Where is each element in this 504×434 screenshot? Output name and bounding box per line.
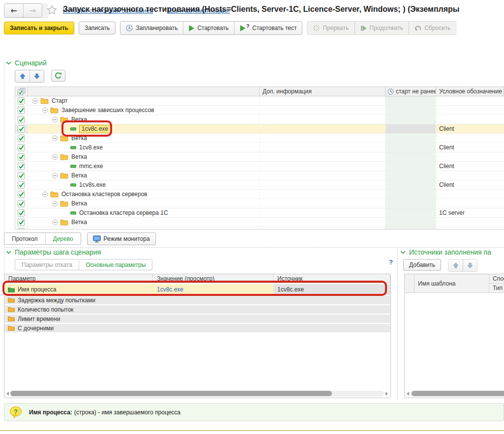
move-down-button[interactable] <box>30 70 44 82</box>
tree-row[interactable] <box>15 227 504 230</box>
tree-row[interactable]: Ветка <box>15 152 504 162</box>
extra-info-cell[interactable] <box>260 162 385 171</box>
param-source-cell[interactable] <box>273 305 390 314</box>
row-checkbox[interactable] <box>15 115 28 124</box>
reset-button[interactable]: Сбросить <box>409 22 456 34</box>
param-row[interactable]: Лимит времени <box>4 315 390 323</box>
param-value-cell[interactable]: 1cv8c.exe <box>153 284 273 295</box>
checkbox-checked-icon[interactable] <box>18 200 25 207</box>
view-tree-tab[interactable]: Дерево <box>45 233 81 244</box>
source-column-header[interactable]: Источник <box>273 274 390 283</box>
designation-cell[interactable] <box>436 171 504 180</box>
param-source-cell[interactable] <box>273 324 390 332</box>
save-button[interactable]: Записать <box>79 22 116 34</box>
tree-row[interactable]: Старт <box>15 96 504 106</box>
param-column-header[interactable]: Параметр <box>4 274 153 283</box>
checkbox-checked-icon[interactable] <box>18 107 25 114</box>
tree-row[interactable]: 1cv8.exeClient <box>15 143 504 152</box>
row-checkbox[interactable] <box>15 124 28 133</box>
param-name-cell[interactable]: Количество попыток <box>4 305 153 314</box>
param-source-cell[interactable] <box>273 296 390 304</box>
extra-info-cell[interactable] <box>260 171 385 180</box>
template-name-column-header[interactable]: Имя шаблона <box>415 274 489 292</box>
collapse-icon[interactable] <box>52 219 58 226</box>
designation-cell[interactable] <box>436 106 504 115</box>
param-value-cell[interactable] <box>153 324 273 332</box>
checkbox-checked-icon[interactable] <box>18 125 25 133</box>
row-checkbox[interactable] <box>15 227 28 230</box>
extra-info-cell[interactable] <box>260 190 385 199</box>
value-type-column-header[interactable]: Тип знач <box>489 284 504 292</box>
move-up-button[interactable] <box>15 70 30 82</box>
tree-node-cell[interactable]: mmc.exe <box>28 162 260 171</box>
tree-row[interactable]: 1cv8s.exeClient <box>15 180 504 190</box>
start-not-earlier-cell[interactable] <box>385 190 436 199</box>
checkbox-checked-icon[interactable] <box>18 209 25 217</box>
checkbox-checked-icon[interactable] <box>18 135 25 142</box>
extra-info-cell[interactable] <box>260 143 385 152</box>
param-name-cell[interactable]: С дочерними <box>4 324 153 332</box>
tree-node-cell[interactable]: Ветка <box>28 134 260 143</box>
tree-row[interactable]: Ветка <box>15 115 504 124</box>
extra-info-cell[interactable] <box>260 124 385 133</box>
check-all-header[interactable] <box>15 87 28 96</box>
checkbox-checked-icon[interactable] <box>18 228 25 230</box>
collapse-icon[interactable] <box>42 107 48 114</box>
param-value-cell[interactable] <box>153 296 273 304</box>
start-not-earlier-cell[interactable] <box>385 106 436 115</box>
tree-node-cell[interactable]: 1cv8c.exe <box>28 124 260 133</box>
collapse-icon[interactable] <box>52 229 58 230</box>
designation-cell[interactable]: Client <box>436 143 504 152</box>
save-and-close-button[interactable]: Записать и закрыть <box>4 22 74 34</box>
params-horizontal-scrollbar[interactable] <box>6 390 388 397</box>
tree-node-cell[interactable]: Остановка кластера сервера 1С <box>28 208 260 217</box>
checkbox-checked-icon[interactable] <box>18 144 25 151</box>
fill-move-down-button[interactable] <box>463 260 477 271</box>
tree-row[interactable]: Ветка <box>15 199 504 208</box>
start-not-earlier-cell[interactable] <box>385 96 436 105</box>
param-name-cell[interactable]: Задержка между попытками <box>4 296 153 304</box>
designation-cell[interactable] <box>436 115 504 124</box>
start-not-earlier-cell[interactable] <box>385 208 436 217</box>
designation-cell[interactable] <box>436 199 504 208</box>
start-not-earlier-cell[interactable] <box>385 171 436 180</box>
designation-cell[interactable]: Client <box>436 180 504 189</box>
scroll-left-arrow[interactable] <box>407 392 409 396</box>
checkbox-checked-icon[interactable] <box>18 116 25 123</box>
designation-cell[interactable] <box>436 218 504 227</box>
extra-info-cell[interactable] <box>260 227 385 230</box>
checkbox-checked-icon[interactable] <box>18 153 25 161</box>
param-name-cell[interactable]: Имя процесса <box>4 284 153 295</box>
tree-node-cell[interactable]: Старт <box>28 96 260 105</box>
extra-info-cell[interactable] <box>260 115 385 124</box>
fill-move-up-button[interactable] <box>448 260 463 271</box>
designation-cell[interactable]: Client <box>436 162 504 171</box>
start-not-earlier-cell[interactable] <box>385 124 436 133</box>
collapse-icon[interactable] <box>52 135 58 142</box>
fill-method-column-header[interactable]: Способ з <box>489 274 504 284</box>
start-not-earlier-cell[interactable] <box>385 115 436 124</box>
row-checkbox[interactable] <box>15 152 28 161</box>
monitor-mode-button[interactable]: Режим монитора <box>87 232 156 245</box>
designation-cell[interactable]: 1C server <box>436 208 504 217</box>
step-params-section-header[interactable]: Параметры шага сценария <box>6 248 101 256</box>
tree-node-cell[interactable]: Ветка <box>28 218 260 227</box>
row-checkbox[interactable] <box>15 218 28 227</box>
tree-node-cell[interactable]: 1cv8.exe <box>28 143 260 152</box>
param-source-cell[interactable] <box>273 315 390 323</box>
collapse-icon[interactable] <box>52 154 58 160</box>
collapse-icon[interactable] <box>52 201 58 207</box>
collapse-icon[interactable] <box>52 116 58 123</box>
param-row[interactable]: Задержка между попытками <box>4 296 390 304</box>
row-checkbox[interactable] <box>15 199 28 208</box>
tree-row[interactable]: Завершение зависших процессов <box>15 106 504 115</box>
row-checkbox[interactable] <box>15 96 28 105</box>
tree-node-cell[interactable]: Ветка <box>28 152 260 161</box>
add-button[interactable]: Добавить <box>403 259 441 271</box>
tree-row[interactable]: Остановка кластеров серверов <box>15 190 504 199</box>
checkbox-checked-icon[interactable] <box>18 172 25 179</box>
tree-row[interactable]: Ветка <box>15 134 504 143</box>
tree-row[interactable]: Остановка кластера сервера 1С1C server <box>15 208 504 218</box>
start-not-earlier-cell[interactable] <box>385 152 436 161</box>
tree-row[interactable]: mmc.exeClient <box>15 162 504 171</box>
